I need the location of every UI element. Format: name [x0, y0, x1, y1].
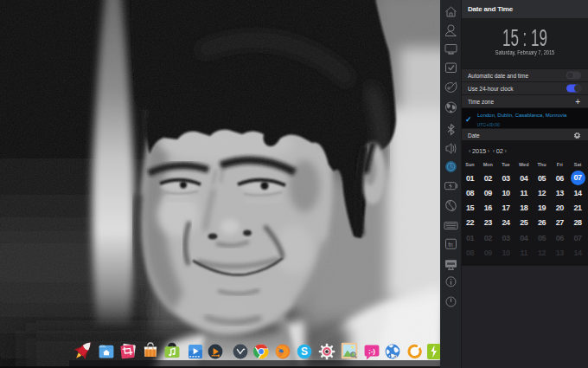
svg-text:S: S: [301, 345, 308, 358]
svg-text:;-): ;-): [368, 347, 375, 355]
svg-text:fn: fn: [448, 242, 453, 248]
